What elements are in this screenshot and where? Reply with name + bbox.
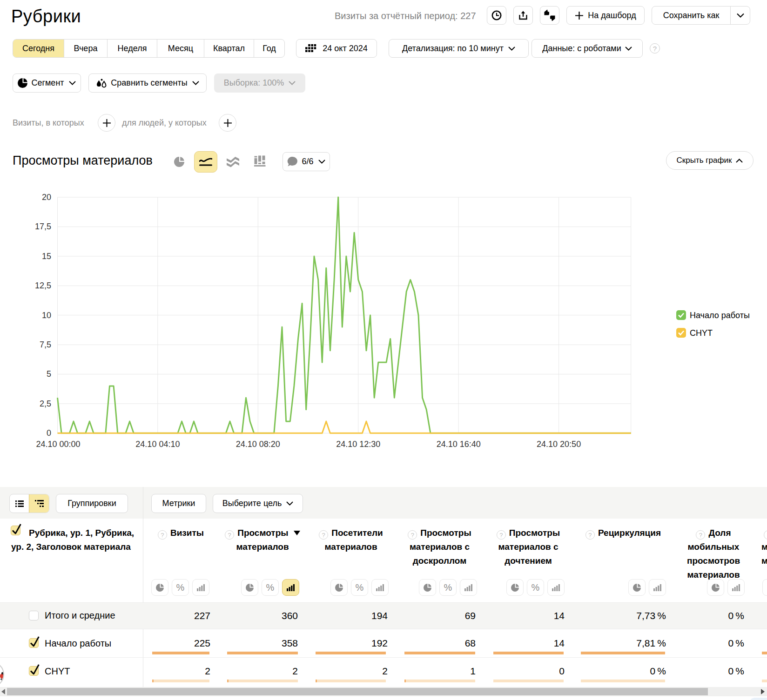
svg-text:7,5: 7,5	[40, 340, 51, 349]
svg-text:24.10 00:00: 24.10 00:00	[36, 440, 80, 449]
svg-text:24.10 12:30: 24.10 12:30	[336, 440, 380, 449]
svg-text:10: 10	[42, 311, 51, 320]
svg-text:17,5: 17,5	[35, 222, 51, 231]
svg-text:24.10 20:50: 24.10 20:50	[537, 440, 581, 449]
svg-text:2,5: 2,5	[40, 399, 51, 408]
svg-text:0: 0	[47, 428, 51, 438]
svg-text:15: 15	[42, 252, 51, 261]
svg-text:5: 5	[47, 369, 51, 379]
svg-text:24.10 04:10: 24.10 04:10	[135, 440, 180, 449]
svg-text:24.10 08:20: 24.10 08:20	[236, 440, 280, 449]
svg-text:20: 20	[42, 193, 51, 202]
svg-text:24.10 16:40: 24.10 16:40	[437, 440, 481, 449]
svg-text:12,5: 12,5	[35, 281, 51, 290]
